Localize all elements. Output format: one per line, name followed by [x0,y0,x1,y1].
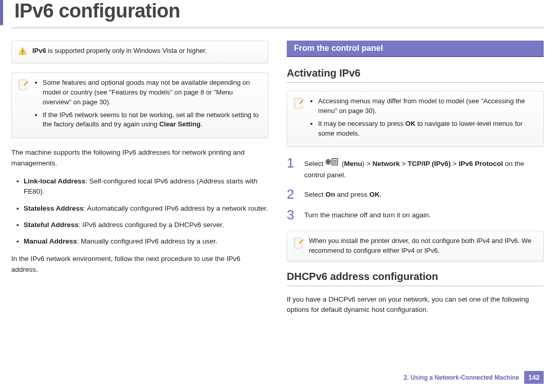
page-header: IPv6 configuration [0,0,555,25]
note-icon [18,79,28,92]
list-item: Stateless Address: Automatically configu… [16,203,268,214]
footer-chapter: 2. Using a Network-Connected Machine [404,374,520,381]
steps-list: 1Select (Menu) > Network > TCP/IP (IPv6)… [287,156,544,221]
note3-text: When you install the printer driver, do … [309,236,537,256]
note-list: Some features and optional goods may not… [33,78,262,129]
note-icon [293,97,304,111]
step-body: Select (Menu) > Network > TCP/IP (IPv6) … [304,156,544,180]
step-body: Select On and press OK. [304,188,382,200]
step: 2Select On and press OK. [287,188,544,201]
warning-icon [18,47,27,58]
note-callout: Some features and optional goods may not… [11,72,268,138]
warning-callout: IPv6 is supported properly only in Windo… [11,41,268,63]
dhcpv6-para: If you have a DHCPv6 server on your netw… [287,294,544,316]
page-footer: 2. Using a Network-Connected Machine 142 [404,371,544,384]
step-number: 3 [287,208,297,221]
left-column: IPv6 is supported properly only in Windo… [11,41,268,323]
step-number: 1 [287,156,297,170]
outro-text: In the IPv6 network environment, follow … [11,254,268,275]
step: 1Select (Menu) > Network > TCP/IP (IPv6)… [287,156,544,180]
menu-icon [325,157,339,170]
note2-list: Accessing menus may differ from model to… [309,97,537,138]
footer-page-number: 142 [524,371,544,384]
list-item: It may be necessary to press OK to navig… [318,119,537,139]
list-item: Some features and optional goods may not… [43,78,262,107]
note-callout-3: When you install the printer driver, do … [287,231,544,262]
heading-activating: Activating IPv6 [287,67,544,83]
step: 3Turn the machine off and turn it on aga… [287,208,544,221]
section-bar: From the control panel [287,41,544,57]
step-body: Turn the machine off and turn it on agai… [304,208,431,220]
warning-text: IPv6 is supported properly only in Windo… [32,46,262,56]
step-number: 2 [287,188,297,201]
address-list: Link-local Address: Self-configured loca… [11,176,268,247]
list-item: Manual Address: Manually configured IPv6… [16,236,268,247]
heading-dhcpv6: DHCPv6 address configuration [287,271,544,286]
note-icon [293,237,304,251]
page-title: IPv6 configuration [14,0,555,22]
note2-body: Accessing menus may differ from model to… [309,97,537,141]
list-item: If the IPv6 network seems to not be work… [43,110,262,130]
list-item: Stateful Address: IPv6 address configure… [16,220,268,230]
list-item: Accessing menus may differ from model to… [318,97,537,116]
list-item: Link-local Address: Self-configured loca… [16,176,268,197]
note-body: Some features and optional goods may not… [33,78,262,133]
header-divider [11,27,544,28]
intro-text: The machine supports the following IPv6 … [11,147,268,169]
note-callout-2: Accessing menus may differ from model to… [287,91,544,147]
right-column: From the control panel Activating IPv6 A… [287,41,544,323]
